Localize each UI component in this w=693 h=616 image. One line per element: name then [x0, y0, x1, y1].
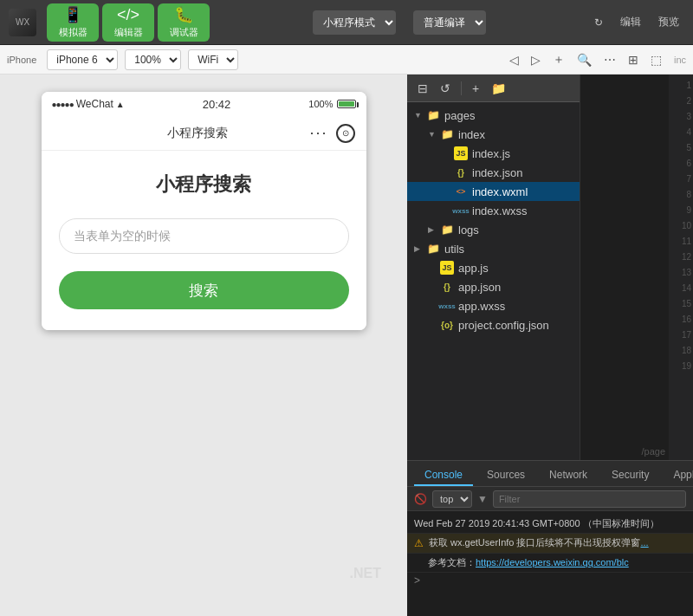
console-level-select[interactable]: top — [432, 490, 472, 508]
app-json-label: app.json — [458, 281, 501, 294]
index-wxss-label: index.wxss — [472, 204, 528, 217]
app-js-icon: JS — [440, 261, 454, 275]
file-tree: 📁 pages 📁 index JS index.js — [407, 102, 580, 338]
index-json-icon: {} — [454, 165, 468, 179]
status-left: ●●●●● WeChat ▲ — [52, 98, 125, 110]
tab-security[interactable]: Security — [601, 465, 659, 486]
tree-item-app-json[interactable]: {} app.json — [407, 277, 580, 296]
status-right: 100% — [308, 99, 355, 109]
utils-arrow — [414, 244, 424, 253]
watermark: .NET — [350, 566, 381, 581]
tree-item-index-wxml[interactable]: <> index.wxml — [407, 182, 580, 201]
logs-folder-icon: 📁 — [440, 223, 454, 237]
refresh-button[interactable]: ↻ — [589, 13, 608, 32]
ref-link[interactable]: https://developers.weixin.qq.com/blc — [476, 557, 629, 567]
preview-button[interactable]: 预览 — [653, 11, 684, 33]
battery-bar — [337, 100, 356, 108]
add-folder-icon[interactable]: 📁 — [488, 80, 509, 97]
compile-select[interactable]: 普通编译 — [413, 10, 486, 35]
layout-icon[interactable]: ⊞ — [625, 51, 642, 68]
warn-icon: ⚠ — [414, 537, 424, 549]
tree-item-index-wxss[interactable]: wxss index.wxss — [407, 201, 580, 220]
nav-icons: ··· ⊙ — [309, 124, 355, 143]
search-input-wrapper[interactable]: 当表单为空的时候 — [59, 218, 349, 254]
network-select[interactable]: WiFi — [188, 49, 238, 70]
app-wxss-label: app.wxss — [458, 300, 505, 313]
index-wxml-icon: <> — [454, 185, 468, 198]
toolbar-center: 小程序模式 普通编译 — [213, 10, 586, 35]
console-arrow-row: > — [407, 573, 693, 588]
console-tabs: Console Sources Network Security AppDa — [407, 461, 693, 487]
console-ref-text: 参考文档：https://developers.weixin.qq.com/bl… — [428, 556, 686, 569]
console-output: Wed Feb 27 2019 20:41:43 GMT+0800 （中国标准时… — [407, 511, 693, 616]
console-warn-text: 获取 wx.getUserInfo 接口后续将不再出现授权弹窗... — [429, 536, 686, 549]
phone-status-bar: ●●●●● WeChat ▲ 20:42 100% — [42, 92, 366, 116]
right-panel: ⊟ ↺ + 📁 📁 pages 📁 i — [407, 75, 693, 616]
edit-button[interactable]: 编辑 — [615, 11, 646, 33]
tree-item-project-config[interactable]: {o} project.config.json — [407, 315, 580, 334]
add-file-icon[interactable]: + — [469, 80, 483, 97]
simulator-panel: ●●●●● WeChat ▲ 20:42 100% 小程序搜索 ··· — [0, 75, 407, 616]
debugger-icon: 🐛 — [174, 5, 193, 24]
collapse-icon[interactable]: ⊟ — [414, 80, 431, 97]
tab-sources[interactable]: Sources — [476, 465, 535, 486]
index-arrow — [428, 130, 438, 139]
index-js-label: index.js — [472, 147, 510, 160]
editor-label: 编辑器 — [114, 26, 143, 39]
tree-item-logs[interactable]: 📁 logs — [407, 220, 580, 239]
index-folder-icon: 📁 — [440, 127, 454, 141]
status-time: 20:42 — [203, 98, 231, 111]
logs-label: logs — [458, 224, 479, 237]
index-wxss-icon: wxss — [454, 204, 468, 217]
tree-item-index[interactable]: 📁 index — [407, 125, 580, 144]
zoom-select[interactable]: 100% — [125, 49, 181, 70]
nav-scan-icon[interactable]: ⊙ — [336, 124, 355, 143]
tab-appda[interactable]: AppDa — [663, 465, 693, 486]
file-tree-toolbar: ⊟ ↺ + 📁 — [407, 75, 580, 102]
app-json-icon: {} — [440, 280, 454, 294]
inc-label: inc — [674, 55, 686, 65]
pages-folder-icon: 📁 — [426, 108, 440, 122]
device-select[interactable]: iPhone 6 — [47, 49, 118, 70]
battery-pct: 100% — [308, 99, 333, 109]
tree-item-app-wxss[interactable]: wxss app.wxss — [407, 296, 580, 315]
mode-select[interactable]: 小程序模式 — [313, 10, 396, 35]
tree-item-app-js[interactable]: JS app.js — [407, 258, 580, 277]
tree-item-index-json[interactable]: {} index.json — [407, 163, 580, 182]
more-icon[interactable]: ⋯ — [600, 51, 619, 68]
back-icon[interactable]: ◁ — [506, 51, 522, 68]
devtools-icon[interactable]: ⬚ — [647, 51, 665, 68]
search-icon[interactable]: 🔍 — [573, 51, 595, 68]
simulator-button[interactable]: 📱 模拟器 — [47, 3, 99, 42]
forward-icon[interactable]: ▷ — [528, 51, 544, 68]
simulator-label: 模拟器 — [59, 26, 87, 39]
debugger-label: 调试器 — [170, 26, 198, 39]
tab-console[interactable]: Console — [414, 465, 473, 486]
battery-fill — [339, 101, 354, 107]
debugger-button[interactable]: 🐛 调试器 — [158, 3, 210, 42]
console-prompt: > — [414, 574, 420, 587]
second-toolbar: iPhone iPhone 6 100% WiFi ◁ ▷ ＋ 🔍 ⋯ ⊞ ⬚ … — [0, 45, 693, 75]
tab-network[interactable]: Network — [539, 465, 598, 486]
console-clear-icon[interactable]: 🚫 — [414, 493, 427, 505]
code-editor-area: 1 2 3 4 5 6 7 8 9 10 11 12 13 14 15 16 1 — [580, 75, 693, 460]
console-filter-input[interactable] — [493, 490, 686, 508]
index-js-icon: JS — [454, 146, 468, 160]
add-icon[interactable]: ＋ — [549, 50, 568, 69]
search-button[interactable]: 搜索 — [59, 271, 349, 309]
tree-item-index-js[interactable]: JS index.js — [407, 144, 580, 163]
phone-content: 小程序搜索 当表单为空的时候 搜索 — [42, 151, 366, 330]
nav-more-icon[interactable]: ··· — [309, 124, 327, 142]
line-numbers: 1 2 3 4 5 6 7 8 9 10 11 12 13 14 15 16 1 — [669, 75, 693, 460]
editor-icon: </> — [117, 6, 139, 24]
top-toolbar: WX 📱 模拟器 </> 编辑器 🐛 调试器 小程序模式 普通编译 ↻ 编辑 预… — [0, 0, 693, 45]
toolbar-sep — [461, 81, 462, 95]
console-dropdown-icon[interactable]: ▼ — [477, 493, 488, 505]
simulator-icon: 📱 — [63, 5, 82, 24]
editor-button[interactable]: </> 编辑器 — [102, 3, 154, 42]
warn-link[interactable]: ... — [640, 537, 648, 548]
nav-title: 小程序搜索 — [167, 126, 228, 141]
refresh-tree-icon[interactable]: ↺ — [437, 80, 454, 97]
tree-item-pages[interactable]: 📁 pages — [407, 106, 580, 125]
tree-item-utils[interactable]: 📁 utils — [407, 239, 580, 258]
